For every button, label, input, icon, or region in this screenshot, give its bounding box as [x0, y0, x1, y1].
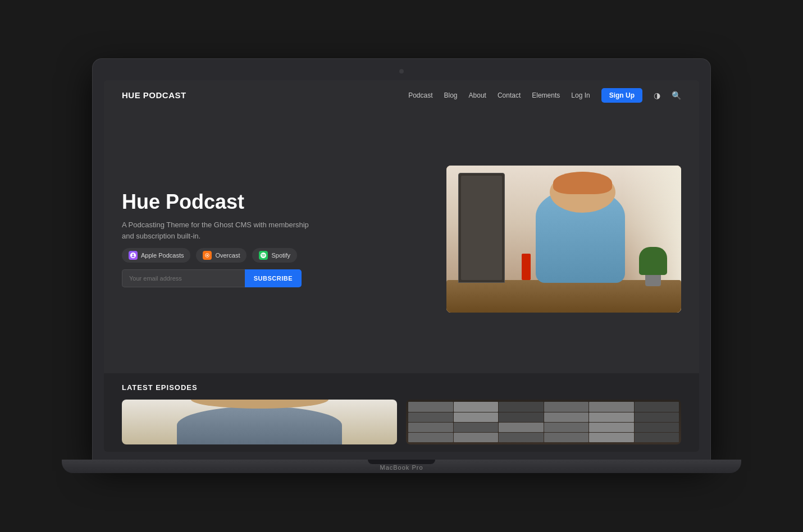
- nav-contact[interactable]: Contact: [498, 91, 521, 99]
- theme-toggle-icon[interactable]: ◑: [654, 91, 660, 100]
- book-3: [499, 402, 544, 411]
- hero-image: [446, 166, 681, 312]
- nav-podcast[interactable]: Podcast: [408, 91, 432, 99]
- door: [458, 173, 505, 283]
- book-17: [589, 423, 634, 432]
- apple-podcasts-label: Apple Podcasts: [141, 252, 184, 259]
- book-16: [544, 423, 589, 432]
- book-23: [589, 433, 634, 442]
- overcast-label: Overcast: [215, 252, 240, 259]
- email-input[interactable]: [122, 269, 245, 287]
- ep1-person-head: [191, 400, 328, 409]
- book-21: [499, 433, 544, 442]
- hero-image-container: [446, 166, 681, 312]
- book-18: [635, 423, 679, 432]
- book-15: [499, 423, 544, 432]
- hero-section: Hue Podcast A Podcasting Theme for the G…: [104, 111, 699, 374]
- latest-episodes-section: LATEST EPISODES: [104, 373, 699, 452]
- book-4: [544, 402, 589, 411]
- overcast-icon: [203, 251, 212, 260]
- spotify-label: Spotify: [271, 252, 290, 259]
- book-10: [544, 412, 589, 422]
- book-20: [454, 433, 499, 442]
- search-icon[interactable]: 🔍: [672, 91, 681, 100]
- book-1: [408, 402, 453, 411]
- book-9: [499, 412, 544, 422]
- hero-content: Hue Podcast A Podcasting Theme for the G…: [122, 191, 430, 288]
- nav-about[interactable]: About: [469, 91, 486, 99]
- book-7: [408, 412, 453, 422]
- book-14: [454, 423, 499, 432]
- nav-links: Podcast Blog About Contact Elements Log …: [408, 88, 681, 103]
- apple-podcasts-badge[interactable]: Apple Podcasts: [122, 248, 190, 263]
- spotify-icon: [259, 251, 268, 260]
- apple-podcasts-icon: [129, 251, 138, 260]
- ep1-person-body: [177, 406, 342, 444]
- signup-button[interactable]: Sign Up: [601, 88, 642, 103]
- hero-subtitle: A Podcasting Theme for the Ghost CMS wit…: [122, 219, 313, 241]
- plant-pot: [645, 275, 661, 286]
- svg-point-1: [207, 255, 208, 256]
- laptop-screen: HUE PODCAST Podcast Blog About Contact E…: [104, 80, 699, 452]
- navigation: HUE PODCAST Podcast Blog About Contact E…: [104, 80, 699, 111]
- person-hair: [553, 172, 612, 194]
- person-head: [550, 172, 615, 213]
- episode-2-image: [406, 400, 681, 444]
- book-11: [589, 412, 634, 422]
- episodes-grid: [122, 400, 681, 444]
- nav-blog[interactable]: Blog: [444, 91, 458, 99]
- book-24: [635, 433, 679, 442]
- nav-login[interactable]: Log In: [571, 91, 590, 99]
- spotify-badge[interactable]: Spotify: [252, 248, 297, 263]
- laptop-wrapper: HUE PODCAST Podcast Blog About Contact E…: [93, 59, 710, 474]
- book-8: [454, 412, 499, 422]
- plant-leaves: [639, 247, 667, 275]
- nav-elements[interactable]: Elements: [532, 91, 560, 99]
- plant: [639, 247, 667, 286]
- laptop-notch: [368, 460, 435, 464]
- subscribe-button[interactable]: Subscribe: [245, 269, 302, 287]
- book-12: [635, 412, 679, 422]
- book-2: [454, 402, 499, 411]
- book-22: [544, 433, 589, 442]
- laptop-bezel: HUE PODCAST Podcast Blog About Contact E…: [93, 59, 710, 460]
- door-window: [461, 176, 503, 280]
- laptop-label: MacBook Pro: [380, 464, 423, 471]
- episode-card-1[interactable]: [122, 400, 397, 444]
- episode-1-image: [122, 400, 397, 444]
- website: HUE PODCAST Podcast Blog About Contact E…: [104, 80, 699, 452]
- section-title: LATEST EPISODES: [122, 383, 681, 392]
- book-5: [589, 402, 634, 411]
- fire-extinguisher: [522, 254, 531, 280]
- episode-card-2[interactable]: [406, 400, 681, 444]
- book-6: [635, 402, 679, 411]
- overcast-badge[interactable]: Overcast: [196, 248, 247, 263]
- site-logo[interactable]: HUE PODCAST: [122, 90, 186, 100]
- subscribe-form: Subscribe: [122, 269, 302, 287]
- hero-title: Hue Podcast: [122, 191, 430, 213]
- book-19: [408, 433, 453, 442]
- laptop-base: MacBook Pro: [62, 460, 741, 473]
- hero-photo: [446, 166, 681, 312]
- podcast-badges: Apple Podcasts Overcast: [122, 248, 430, 263]
- book-13: [408, 423, 453, 432]
